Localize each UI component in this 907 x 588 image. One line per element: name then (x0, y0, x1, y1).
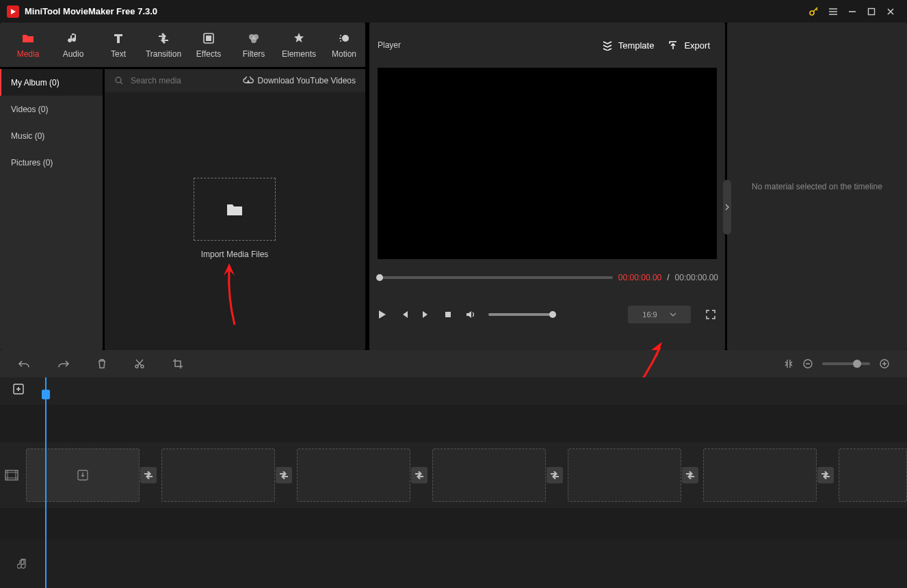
zoom-out-button[interactable] (803, 359, 813, 369)
media-sidebar: My Album (0) Videos (0) Music (0) Pictur… (0, 69, 103, 350)
clip-slot[interactable] (839, 449, 907, 502)
sidebar-item-videos[interactable]: Videos (0) (0, 96, 103, 122)
cloud-download-icon (243, 77, 254, 85)
audio-track-icon (0, 558, 45, 570)
sidebar-item-myalbum[interactable]: My Album (0) (0, 69, 103, 96)
clip-slot[interactable] (26, 449, 140, 502)
stop-button[interactable] (443, 310, 453, 319)
sidebar-item-label: Pictures (0) (11, 158, 53, 168)
tab-effects[interactable]: Effects (186, 23, 231, 67)
redo-button[interactable] (57, 359, 70, 369)
search-icon (114, 76, 124, 85)
timecode-current: 00:00:00.00 (618, 273, 661, 282)
folder-icon (226, 202, 244, 217)
sidebar-item-pictures[interactable]: Pictures (0) (0, 149, 103, 176)
tab-motion[interactable]: Motion (321, 23, 367, 67)
video-track-icon (0, 470, 23, 481)
timeline-toolbar (0, 350, 907, 377)
cut-button[interactable] (134, 358, 145, 369)
tab-media[interactable]: Media (5, 23, 51, 67)
download-youtube-button[interactable]: Download YouTube Videos (243, 76, 356, 85)
player-label: Player (378, 40, 595, 50)
timeline[interactable] (0, 377, 907, 588)
search-input[interactable] (131, 76, 226, 85)
delete-button[interactable] (97, 358, 107, 369)
timeline-ruler[interactable] (0, 377, 907, 405)
properties-pane: No material selected on the timeline (727, 23, 907, 350)
transition-slot[interactable] (140, 467, 157, 483)
prev-frame-button[interactable] (399, 310, 409, 319)
audio-track[interactable] (0, 539, 907, 588)
tab-audio-label: Audio (63, 49, 84, 59)
minimize-button[interactable] (843, 2, 862, 21)
volume-slider[interactable] (488, 313, 553, 316)
undo-button[interactable] (18, 359, 30, 369)
template-button[interactable]: Template (595, 40, 661, 51)
aspect-dropdown[interactable]: 16:9 (628, 306, 691, 323)
annotation-arrow (221, 263, 241, 328)
clip-slot[interactable] (568, 449, 681, 502)
transition-slot[interactable] (682, 467, 698, 483)
fullscreen-button[interactable] (703, 307, 718, 322)
tab-filters-label: Filters (243, 49, 265, 59)
tab-audio[interactable]: Audio (51, 23, 96, 67)
export-label: Export (684, 40, 710, 51)
sidebar-item-label: Music (0) (11, 131, 44, 141)
close-button[interactable] (881, 2, 900, 21)
playhead[interactable] (45, 377, 47, 588)
tab-text[interactable]: Text (96, 23, 141, 67)
chevron-down-icon (670, 312, 676, 317)
clip-slot[interactable] (161, 449, 275, 502)
video-track[interactable] (0, 442, 907, 508)
player-pane: Player Template Export 00:00:00.00 / 00:… (369, 23, 725, 350)
clip-slot[interactable] (297, 449, 410, 502)
import-media-dropzone[interactable] (194, 178, 276, 241)
tab-transition[interactable]: Transition (141, 23, 186, 67)
player-canvas[interactable] (378, 68, 717, 259)
transition-slot[interactable] (547, 467, 563, 483)
tab-media-label: Media (17, 49, 40, 59)
maximize-button[interactable] (862, 2, 881, 21)
tab-text-label: Text (111, 49, 126, 59)
scrubber-track[interactable] (376, 276, 613, 279)
sidebar-item-label: Videos (0) (11, 105, 48, 114)
zoom-in-button[interactable] (880, 359, 889, 369)
download-youtube-label: Download YouTube Videos (258, 76, 356, 85)
import-clip-icon (77, 469, 89, 481)
zoom-slider[interactable] (822, 362, 870, 365)
play-button[interactable] (376, 309, 387, 320)
sidebar-item-label: My Album (0) (11, 78, 60, 88)
tab-effects-label: Effects (196, 49, 221, 59)
svg-rect-2 (869, 8, 875, 14)
menu-icon[interactable] (824, 2, 843, 21)
svg-point-7 (251, 38, 257, 43)
tab-filters[interactable]: Filters (231, 23, 276, 67)
svg-marker-10 (379, 310, 386, 319)
aspect-value: 16:9 (642, 310, 657, 319)
fit-button[interactable] (784, 358, 793, 369)
transition-slot[interactable] (276, 467, 292, 483)
sidebar-item-music[interactable]: Music (0) (0, 122, 103, 149)
crop-button[interactable] (172, 358, 183, 369)
add-track-button[interactable] (12, 383, 25, 395)
svg-rect-11 (445, 312, 451, 317)
svg-rect-4 (206, 36, 211, 41)
key-icon[interactable] (804, 2, 824, 21)
svg-marker-0 (11, 9, 16, 14)
app-title: MiniTool MovieMaker Free 7.3.0 (25, 6, 157, 16)
transition-slot[interactable] (411, 467, 428, 483)
clip-slot[interactable] (432, 449, 546, 502)
volume-button[interactable] (465, 309, 476, 320)
export-button[interactable]: Export (661, 40, 717, 51)
tab-elements[interactable]: Elements (276, 23, 321, 67)
tab-motion-label: Motion (332, 49, 356, 59)
next-frame-button[interactable] (421, 310, 431, 319)
timecode-total: 00:00:00.00 (675, 273, 718, 282)
transition-slot[interactable] (817, 467, 834, 483)
app-logo (7, 5, 19, 18)
properties-collapse-handle[interactable] (723, 180, 731, 235)
tab-elements-label: Elements (282, 49, 316, 59)
media-content: Download YouTube Videos Import Media Fil… (105, 69, 365, 350)
clip-slot[interactable] (703, 449, 817, 502)
titlebar: MiniTool MovieMaker Free 7.3.0 (0, 0, 907, 23)
